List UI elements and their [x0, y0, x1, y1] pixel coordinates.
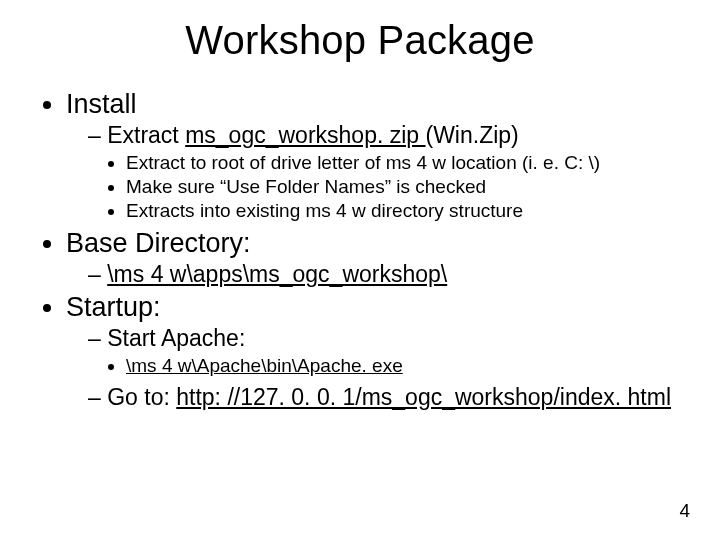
start-apache-label: Start Apache: — [107, 325, 245, 351]
basedir-path-item: \ms 4 w\apps\ms_ogc_workshop\ — [88, 261, 682, 288]
extract-note-root: Extract to root of drive letter of ms 4 … — [126, 151, 682, 175]
basedir-label: Base Directory: — [66, 228, 251, 258]
bullet-startup: Startup: Start Apache: \ms 4 w\Apache\bi… — [66, 292, 682, 411]
slide: Workshop Package Install Extract ms_ogc_… — [0, 0, 720, 540]
extract-suffix: (Win.Zip) — [426, 122, 519, 148]
apache-exe-link[interactable]: \ms 4 w\Apache\bin\Apache. exe — [126, 355, 403, 376]
bullet-extract: Extract ms_ogc_workshop. zip (Win.Zip) E… — [88, 122, 682, 222]
slide-title: Workshop Package — [38, 18, 682, 63]
goto-item: Go to: http: //127. 0. 0. 1/ms_ogc_works… — [88, 384, 682, 411]
start-apache: Start Apache: \ms 4 w\Apache\bin\Apache.… — [88, 325, 682, 378]
startup-label: Startup: — [66, 292, 161, 322]
extract-prefix: Extract — [107, 122, 185, 148]
bullet-basedir: Base Directory: \ms 4 w\apps\ms_ogc_work… — [66, 228, 682, 288]
extract-note-existing: Extracts into existing ms 4 w directory … — [126, 199, 682, 223]
goto-prefix: Go to: — [107, 384, 176, 410]
extract-file-link[interactable]: ms_ogc_workshop. zip — [185, 122, 425, 148]
bullet-list: Install Extract ms_ogc_workshop. zip (Wi… — [38, 89, 682, 411]
apache-exe-item: \ms 4 w\Apache\bin\Apache. exe — [126, 354, 682, 378]
bullet-install-label: Install — [66, 89, 137, 119]
page-number: 4 — [679, 500, 690, 522]
extract-note-folder-names: Make sure “Use Folder Names” is checked — [126, 175, 682, 199]
bullet-install: Install Extract ms_ogc_workshop. zip (Wi… — [66, 89, 682, 222]
basedir-path-link[interactable]: \ms 4 w\apps\ms_ogc_workshop\ — [107, 261, 447, 287]
goto-url-link[interactable]: http: //127. 0. 0. 1/ms_ogc_workshop/ind… — [176, 384, 671, 410]
